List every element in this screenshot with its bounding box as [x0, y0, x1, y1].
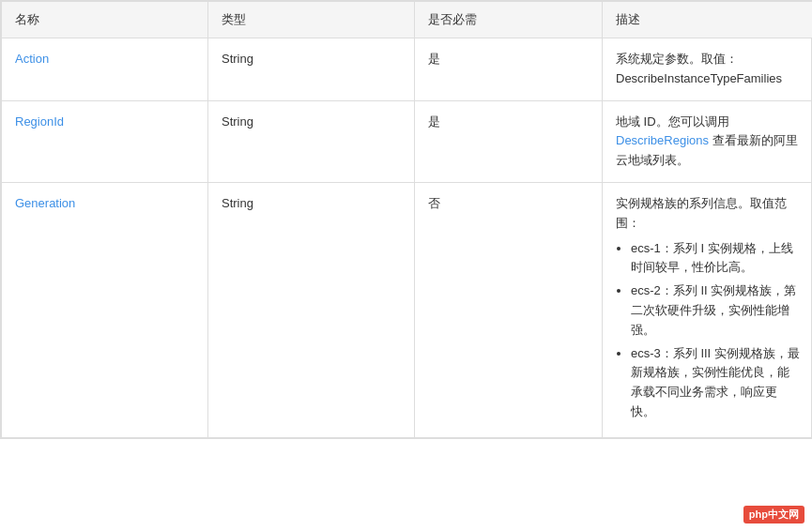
header-desc: 描述 — [603, 2, 813, 38]
param-name-action: Action — [15, 52, 49, 66]
param-type-generation: String — [222, 196, 253, 210]
header-name: 名称 — [2, 2, 208, 38]
generation-list: ecs-1：系列 I 实例规格，上线时间较早，性价比高。 ecs-2：系列 II… — [631, 239, 800, 422]
table-row: RegionId String 是 地域 ID。您可以调用 DescribeRe… — [2, 100, 813, 182]
param-type-regionid: String — [222, 114, 253, 129]
cell-name: Action — [2, 38, 208, 101]
cell-type: String — [208, 38, 415, 101]
table-row: Generation String 否 实例规格族的系列信息。取值范围： ecs… — [2, 182, 813, 437]
param-desc-generation-intro: 实例规格族的系列信息。取值范围： — [616, 196, 787, 230]
cell-required: 是 — [415, 38, 603, 101]
header-required: 是否必需 — [415, 2, 603, 38]
cell-type: String — [208, 182, 415, 437]
param-type-action: String — [222, 52, 253, 66]
cell-desc-regionid: 地域 ID。您可以调用 DescribeRegions 查看最新的阿里云地域列表… — [603, 100, 813, 182]
param-required-action: 是 — [428, 52, 440, 66]
param-name-regionid: RegionId — [15, 114, 64, 129]
cell-name: Generation — [2, 182, 208, 437]
list-item: ecs-2：系列 II 实例规格族，第二次软硬件升级，实例性能增强。 — [631, 281, 800, 340]
param-required-regionid: 是 — [428, 114, 440, 129]
list-item: ecs-1：系列 I 实例规格，上线时间较早，性价比高。 — [631, 239, 800, 279]
cell-name: RegionId — [2, 100, 208, 182]
api-params-table: 名称 类型 是否必需 描述 Action String 是 系统规定参数。取值：… — [0, 0, 812, 439]
describe-regions-link[interactable]: DescribeRegions — [616, 133, 709, 147]
param-desc-regionid-before: 地域 ID。您可以调用 — [616, 114, 729, 129]
param-name-generation: Generation — [15, 196, 75, 210]
cell-type: String — [208, 100, 415, 182]
cell-desc-action: 系统规定参数。取值：DescribeInstanceTypeFamilies — [603, 38, 813, 101]
list-item: ecs-3：系列 III 实例规格族，最新规格族，实例性能优良，能承载不同业务需… — [631, 344, 800, 422]
table-header-row: 名称 类型 是否必需 描述 — [2, 2, 813, 38]
param-required-generation: 否 — [428, 196, 440, 210]
header-type: 类型 — [208, 2, 415, 38]
cell-required: 否 — [415, 182, 603, 437]
cell-desc-generation: 实例规格族的系列信息。取值范围： ecs-1：系列 I 实例规格，上线时间较早，… — [603, 182, 813, 437]
cell-required: 是 — [415, 100, 603, 182]
table-row: Action String 是 系统规定参数。取值：DescribeInstan… — [2, 38, 813, 101]
param-desc-action-text: 系统规定参数。取值：DescribeInstanceTypeFamilies — [616, 52, 782, 85]
